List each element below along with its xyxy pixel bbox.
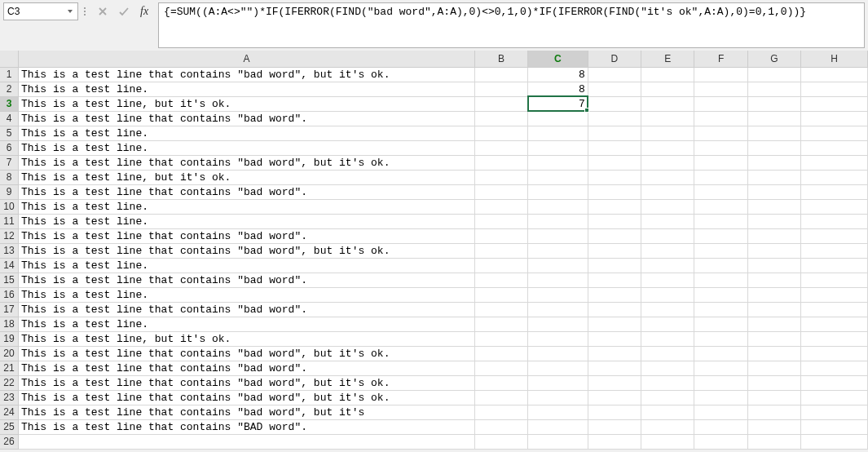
- cell-H24[interactable]: [801, 405, 868, 419]
- cell-H26[interactable]: [801, 434, 868, 449]
- cell-E6[interactable]: [641, 140, 694, 155]
- cell-C8[interactable]: [528, 170, 588, 184]
- cell-A13[interactable]: This is a test line that contains "bad w…: [18, 243, 474, 258]
- cell-A17[interactable]: This is a test line that contains "bad w…: [18, 302, 474, 317]
- cell-E20[interactable]: [641, 346, 694, 361]
- cell-E3[interactable]: [641, 96, 694, 111]
- cell-E5[interactable]: [641, 126, 694, 140]
- cell-D20[interactable]: [588, 346, 641, 361]
- cell-F19[interactable]: [694, 331, 747, 346]
- formula-input[interactable]: {=SUM((A:A<>"")*IF(IFERROR(FIND("bad wor…: [158, 2, 865, 48]
- cell-E24[interactable]: [641, 405, 694, 419]
- cell-E15[interactable]: [641, 273, 694, 287]
- cell-F3[interactable]: [694, 96, 747, 111]
- cell-B22[interactable]: [474, 375, 527, 390]
- name-box[interactable]: C3: [3, 2, 78, 20]
- row-header[interactable]: 4: [0, 111, 18, 126]
- cell-C7[interactable]: [528, 155, 588, 170]
- cell-D25[interactable]: [588, 419, 641, 434]
- cell-E25[interactable]: [641, 419, 694, 434]
- cell-A11[interactable]: This is a test line.: [18, 214, 474, 228]
- cell-B9[interactable]: [474, 184, 527, 199]
- cell-H3[interactable]: [801, 96, 868, 111]
- cell-C18[interactable]: [528, 317, 588, 331]
- cell-F7[interactable]: [694, 155, 747, 170]
- cell-D11[interactable]: [588, 214, 641, 228]
- cell-H17[interactable]: [801, 302, 868, 317]
- cell-E8[interactable]: [641, 170, 694, 184]
- cell-E2[interactable]: [641, 82, 694, 96]
- cell-G26[interactable]: [747, 434, 800, 449]
- cell-C12[interactable]: [528, 228, 588, 243]
- cell-G15[interactable]: [747, 273, 800, 287]
- cell-D7[interactable]: [588, 155, 641, 170]
- cell-H4[interactable]: [801, 111, 868, 126]
- cell-A20[interactable]: This is a test line that contains "bad w…: [18, 346, 474, 361]
- row-header[interactable]: 26: [0, 434, 18, 449]
- cell-G17[interactable]: [747, 302, 800, 317]
- cell-G22[interactable]: [747, 375, 800, 390]
- col-header-h[interactable]: H: [801, 51, 868, 67]
- cell-G16[interactable]: [747, 287, 800, 302]
- cell-D26[interactable]: [588, 434, 641, 449]
- name-box-dropdown-icon[interactable]: [66, 7, 74, 16]
- row-header[interactable]: 5: [0, 126, 18, 140]
- cell-D5[interactable]: [588, 126, 641, 140]
- cell-D2[interactable]: [588, 82, 641, 96]
- cell-H25[interactable]: [801, 419, 868, 434]
- cell-A23[interactable]: This is a test line that contains "bad w…: [18, 390, 474, 405]
- cell-C1[interactable]: 8: [528, 67, 588, 82]
- cell-E12[interactable]: [641, 228, 694, 243]
- cell-C13[interactable]: [528, 243, 588, 258]
- col-header-e[interactable]: E: [641, 51, 694, 67]
- cell-B12[interactable]: [474, 228, 527, 243]
- cell-C14[interactable]: [528, 258, 588, 273]
- cell-G2[interactable]: [747, 82, 800, 96]
- cell-G12[interactable]: [747, 228, 800, 243]
- cell-F9[interactable]: [694, 184, 747, 199]
- cell-G24[interactable]: [747, 405, 800, 419]
- cell-H12[interactable]: [801, 228, 868, 243]
- cell-A12[interactable]: This is a test line that contains "bad w…: [18, 228, 474, 243]
- cell-C10[interactable]: [528, 199, 588, 214]
- cell-H14[interactable]: [801, 258, 868, 273]
- cell-E9[interactable]: [641, 184, 694, 199]
- row-header[interactable]: 8: [0, 170, 18, 184]
- cell-C4[interactable]: [528, 111, 588, 126]
- row-header[interactable]: 10: [0, 199, 18, 214]
- cell-F6[interactable]: [694, 140, 747, 155]
- cell-E19[interactable]: [641, 331, 694, 346]
- cell-A1[interactable]: This is a test line that contains "bad w…: [18, 67, 474, 82]
- cell-B15[interactable]: [474, 273, 527, 287]
- cell-A24[interactable]: This is a test line that contains "bad w…: [18, 405, 474, 419]
- enter-icon[interactable]: [116, 3, 132, 20]
- cell-D24[interactable]: [588, 405, 641, 419]
- col-header-c[interactable]: C: [528, 51, 588, 67]
- cell-F16[interactable]: [694, 287, 747, 302]
- col-header-f[interactable]: F: [694, 51, 747, 67]
- cell-H19[interactable]: [801, 331, 868, 346]
- cell-B24[interactable]: [474, 405, 527, 419]
- cell-A3[interactable]: This is a test line, but it's ok.: [18, 96, 474, 111]
- cell-D10[interactable]: [588, 199, 641, 214]
- fill-handle[interactable]: [584, 108, 589, 113]
- cell-A19[interactable]: This is a test line, but it's ok.: [18, 331, 474, 346]
- cell-D14[interactable]: [588, 258, 641, 273]
- cancel-icon[interactable]: [95, 3, 111, 20]
- cell-G25[interactable]: [747, 419, 800, 434]
- cell-F25[interactable]: [694, 419, 747, 434]
- row-header[interactable]: 9: [0, 184, 18, 199]
- cell-F5[interactable]: [694, 126, 747, 140]
- cell-D3[interactable]: [588, 96, 641, 111]
- cell-F23[interactable]: [694, 390, 747, 405]
- cell-F13[interactable]: [694, 243, 747, 258]
- cell-G23[interactable]: [747, 390, 800, 405]
- cell-A26[interactable]: [18, 434, 474, 449]
- cell-E1[interactable]: [641, 67, 694, 82]
- cell-E7[interactable]: [641, 155, 694, 170]
- cell-A6[interactable]: This is a test line.: [18, 140, 474, 155]
- cell-C2[interactable]: 8: [528, 82, 588, 96]
- row-header[interactable]: 12: [0, 228, 18, 243]
- cell-F12[interactable]: [694, 228, 747, 243]
- cell-E13[interactable]: [641, 243, 694, 258]
